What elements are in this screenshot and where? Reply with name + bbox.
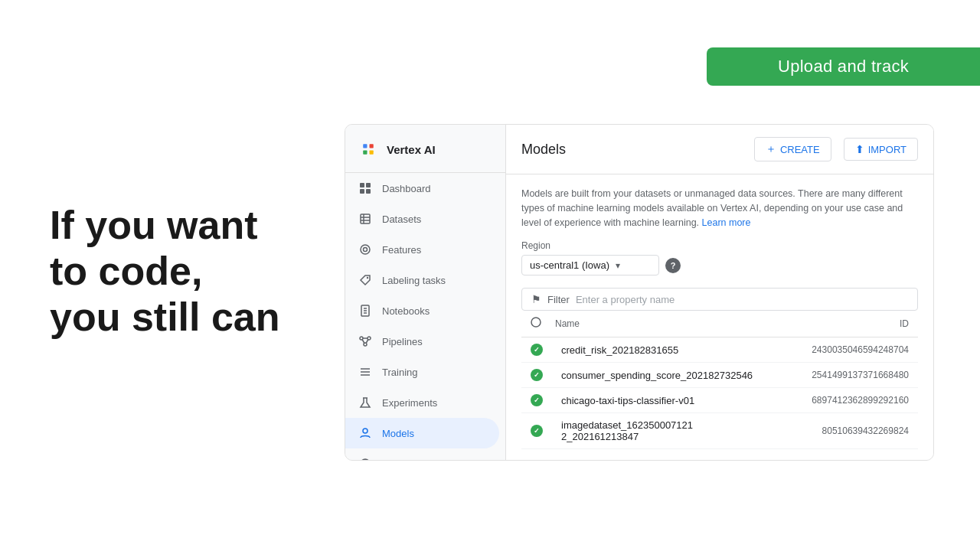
sidebar-item-label: Labeling tasks [382, 275, 446, 286]
main-content: Models ＋ CREATE ⬆ IMPORT Models are buil… [506, 125, 933, 460]
models-icon [358, 425, 373, 441]
row-id: 8051063943226​9824 [756, 425, 909, 436]
svg-rect-6 [360, 189, 364, 194]
svg-rect-2 [363, 151, 367, 155]
region-select[interactable]: us-central1 (Iowa) ▾ [521, 255, 659, 276]
sidebar-item-label: Training [382, 367, 417, 378]
import-button[interactable]: ⬆ IMPORT [844, 138, 918, 161]
col-name-header: Name [555, 318, 756, 329]
status-ok-icon: ✓ [531, 425, 543, 437]
row-id: 2541499137371668480 [756, 370, 909, 380]
hero-line2: to code, [50, 249, 280, 295]
sidebar-item-training[interactable]: Training [345, 357, 499, 387]
row-name: imagedataset_162350007121​2_202161213847 [561, 419, 756, 442]
row-checkbox: ✓ [531, 394, 555, 406]
svg-point-38 [531, 318, 541, 327]
filter-label: Filter [547, 294, 570, 305]
table-row[interactable]: ✓ chicago-taxi-tips-classifier-v01 68974… [521, 388, 918, 413]
svg-point-13 [364, 248, 368, 252]
create-label: CREATE [780, 144, 820, 155]
features-icon [358, 242, 373, 257]
endpoints-icon [358, 456, 373, 461]
upload-track-label: Upload and track [778, 57, 909, 77]
vertex-ai-icon [358, 139, 379, 160]
main-header: Models ＋ CREATE ⬆ IMPORT [506, 125, 933, 174]
filter-icon: ⚑ [531, 293, 541, 305]
region-value: us-central1 (Iowa) [530, 259, 609, 271]
svg-rect-4 [360, 183, 364, 187]
status-ok-icon: ✓ [531, 344, 543, 356]
table-row[interactable]: ✓ credit_risk_202182831655 2430035046594… [521, 337, 918, 363]
labeling-icon [358, 272, 373, 288]
sidebar-item-pipelines[interactable]: Pipelines [345, 326, 499, 357]
row-name: credit_risk_202182831655 [561, 344, 756, 356]
pipelines-icon [358, 334, 373, 349]
sidebar-item-experiments[interactable]: Experiments [345, 387, 499, 418]
chevron-down-icon: ▾ [616, 260, 620, 271]
hero-line3: you still can [50, 295, 280, 341]
svg-point-14 [367, 277, 368, 279]
region-section: Region us-central1 (Iowa) ▾ ? [521, 240, 918, 276]
import-label: IMPORT [868, 144, 906, 155]
sidebar: Vertex AI Dashboard [345, 125, 506, 460]
create-icon: ＋ [766, 142, 776, 156]
experiments-icon [358, 395, 373, 410]
sidebar-item-label: Dashboard [382, 183, 431, 194]
svg-point-12 [361, 245, 370, 254]
sidebar-item-label: Pipelines [382, 336, 423, 347]
row-id: 2430035046594248704 [756, 344, 909, 355]
datasets-icon [358, 211, 373, 227]
sidebar-item-datasets[interactable]: Datasets [345, 204, 499, 234]
svg-rect-3 [370, 151, 374, 155]
svg-point-29 [363, 429, 368, 433]
svg-rect-5 [366, 183, 371, 187]
col-id-header: ID [756, 318, 909, 329]
training-icon [358, 364, 373, 380]
table-row[interactable]: ✓ imagedataset_162350007121​2_2021612138… [521, 413, 918, 449]
sidebar-item-features[interactable]: Features [345, 234, 499, 265]
notebooks-icon [358, 303, 373, 318]
table-header-checkbox [531, 317, 555, 331]
table-row[interactable]: ✓ consumer_spending_score_202182732546 2… [521, 363, 918, 388]
dashboard-icon [358, 181, 373, 196]
sidebar-item-labeling[interactable]: Labeling tasks [345, 265, 499, 295]
learn-more-link[interactable]: Learn more [702, 217, 751, 228]
hero-line1: If you want [50, 203, 280, 249]
hero-text-block: If you want to code, you still can [50, 203, 280, 340]
sidebar-item-label: Notebooks [382, 305, 430, 317]
sidebar-item-notebooks[interactable]: Notebooks [345, 295, 499, 326]
svg-rect-8 [361, 214, 370, 223]
svg-rect-7 [366, 189, 371, 194]
status-ok-icon: ✓ [531, 394, 543, 406]
sidebar-item-label: Features [382, 244, 421, 256]
row-id: 6897412362899292160 [756, 395, 909, 406]
filter-placeholder[interactable]: Enter a property name [576, 294, 675, 305]
main-body: Models are built from your datasets or u… [506, 174, 933, 460]
row-checkbox: ✓ [531, 369, 555, 381]
models-table: Name ID ✓ credit_risk_202182831655 24300… [521, 311, 918, 449]
sidebar-item-label: Experiments [382, 397, 437, 409]
status-ok-icon: ✓ [531, 369, 543, 381]
svg-rect-1 [370, 144, 374, 148]
svg-line-24 [366, 340, 368, 344]
create-button[interactable]: ＋ CREATE [754, 137, 831, 161]
main-title: Models [521, 142, 742, 158]
help-icon[interactable]: ? [665, 258, 681, 273]
sidebar-app-title: Vertex AI [387, 143, 436, 156]
filter-bar: ⚑ Filter Enter a property name [521, 288, 918, 311]
description-text: Models are built from your datasets or u… [521, 187, 918, 230]
import-icon: ⬆ [855, 143, 864, 155]
sidebar-item-label: Models [382, 428, 414, 439]
sidebar-item-models[interactable]: Models [345, 418, 499, 448]
table-header: Name ID [521, 311, 918, 337]
svg-line-23 [362, 340, 364, 344]
sidebar-item-endpoints[interactable]: Endpoints [345, 448, 499, 461]
sidebar-item-label: Datasets [382, 214, 421, 225]
sidebar-item-dashboard[interactable]: Dashboard [345, 173, 499, 204]
row-checkbox: ✓ [531, 425, 555, 437]
row-checkbox: ✓ [531, 344, 555, 356]
vertex-ai-panel: Vertex AI Dashboard [345, 124, 934, 461]
region-row: us-central1 (Iowa) ▾ ? [521, 255, 918, 276]
svg-rect-0 [363, 144, 367, 148]
upload-track-button[interactable]: Upload and track [707, 47, 980, 86]
